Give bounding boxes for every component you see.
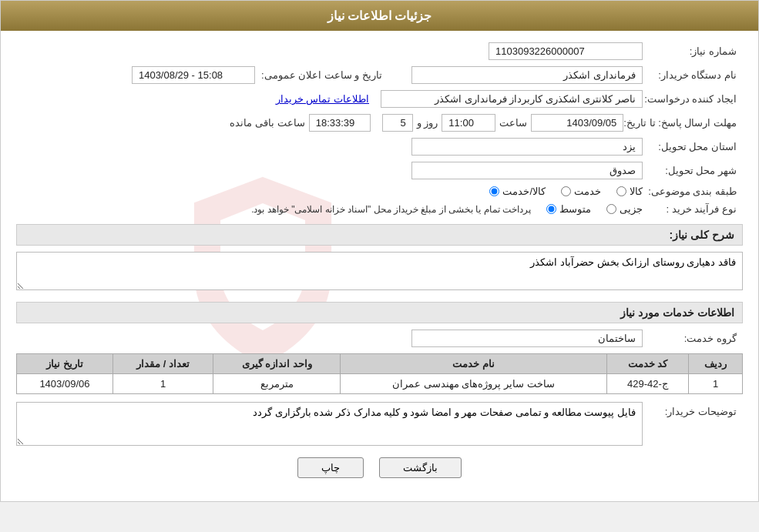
province-label: استان محل تحویل: bbox=[643, 141, 743, 152]
buttons-row: بازگشت چاپ bbox=[16, 457, 743, 478]
process-radio-group: جزیی متوسط پرداخت تمام یا بخشی از مبلغ خ… bbox=[251, 203, 643, 215]
requester-value: ناصر کلانتری اشکذری کاربرداز فرمانداری ا… bbox=[381, 90, 643, 108]
page-header: جزئیات اطلاعات نیاز bbox=[1, 1, 758, 31]
col-header-row-num: ردیف bbox=[689, 354, 743, 374]
table-cell-3: مترمربع bbox=[213, 374, 341, 394]
buyer-org-value: فرمانداری اشکذر bbox=[411, 66, 643, 84]
page-title: جزئیات اطلاعات نیاز bbox=[327, 9, 432, 22]
province-value: یزد bbox=[411, 138, 643, 156]
deadline-days-value: 5 bbox=[382, 114, 413, 132]
services-section-title: اطلاعات خدمات مورد نیاز bbox=[16, 302, 743, 323]
service-group-row: گروه خدمت: ساختمان bbox=[16, 330, 743, 347]
remaining-label: ساعت باقی مانده bbox=[230, 117, 304, 129]
category-option-khedmat[interactable]: خدمت bbox=[561, 186, 601, 197]
requester-row: ایجاد کننده درخواست: ناصر کلانتری اشکذری… bbox=[16, 90, 743, 108]
process-type-row: نوع فرآیند خرید : جزیی متوسط پرداخت تمام… bbox=[16, 203, 743, 215]
buyer-notes-row: توضیحات خریدار: bbox=[16, 402, 743, 446]
category-kala-label: کالا bbox=[630, 186, 643, 197]
city-label: شهر محل تحویل: bbox=[643, 165, 743, 176]
process-note: پرداخت تمام یا بخشی از مبلغ خریداز محل "… bbox=[251, 204, 531, 215]
col-header-service-name: نام خدمت bbox=[340, 354, 606, 374]
process-motavasset[interactable]: متوسط bbox=[546, 203, 591, 215]
deadline-label: مهلت ارسال پاسخ: تا تاریخ: bbox=[623, 117, 743, 129]
col-header-quantity: تعداد / مقدار bbox=[113, 354, 213, 374]
order-number-label: شماره نیاز: bbox=[643, 45, 743, 57]
order-number-row: شماره نیاز: 1103093226000007 bbox=[16, 42, 743, 60]
col-header-need-date: تاریخ نیاز bbox=[17, 354, 113, 374]
table-cell-4: 1 bbox=[113, 374, 213, 394]
process-motavasset-label: متوسط bbox=[559, 203, 591, 215]
time-label: ساعت bbox=[499, 117, 527, 129]
deadline-row: مهلت ارسال پاسخ: تا تاریخ: 1403/09/05 سا… bbox=[16, 114, 743, 132]
category-khedmat-label: خدمت bbox=[574, 186, 601, 197]
category-kala-radio[interactable] bbox=[616, 186, 626, 196]
process-type-label: نوع فرآیند خرید : bbox=[643, 203, 743, 215]
category-kala-khedmat-label: کالا/خدمت bbox=[502, 186, 546, 197]
buyer-org-label: نام دستگاه خریدار: bbox=[643, 69, 743, 81]
deadline-date-value: 1403/09/05 bbox=[531, 114, 623, 132]
buyer-notes-textarea bbox=[16, 402, 643, 446]
contact-link[interactable]: اطلاعات تماس خریدار bbox=[276, 93, 369, 105]
deadline-time-value: 11:00 bbox=[442, 114, 495, 132]
col-header-measure-unit: واحد اندازه گیری bbox=[213, 354, 341, 374]
services-table: ردیف کد خدمت نام خدمت واحد اندازه گیری ت… bbox=[16, 353, 743, 394]
order-number-value: 1103093226000007 bbox=[489, 42, 643, 60]
description-textarea bbox=[16, 252, 743, 290]
table-cell-5: 1403/09/06 bbox=[17, 374, 113, 394]
content-area: AnaTender شماره نیاز: 1103093226000007 ن… bbox=[1, 31, 758, 501]
col-header-service-code: کد خدمت bbox=[606, 354, 688, 374]
category-option-kala-khedmat[interactable]: کالا/خدمت bbox=[489, 186, 546, 197]
table-cell-1: ج-42-429 bbox=[606, 374, 688, 394]
category-row: طبقه بندی موضوعی: کالا خدمت کالا/خدمت bbox=[16, 186, 743, 197]
category-radio-group: کالا خدمت کالا/خدمت bbox=[489, 186, 643, 197]
category-label: طبقه بندی موضوعی: bbox=[643, 186, 743, 197]
province-row: استان محل تحویل: یزد bbox=[16, 138, 743, 156]
announce-date-value: 1403/08/29 - 15:08 bbox=[132, 66, 255, 84]
service-group-label: گروه خدمت: bbox=[643, 333, 743, 344]
city-row: شهر محل تحویل: صدوق bbox=[16, 162, 743, 179]
announce-label: تاریخ و ساعت اعلان عمومی: bbox=[261, 69, 388, 81]
print-button[interactable]: چاپ bbox=[297, 457, 364, 478]
process-jozi[interactable]: جزیی bbox=[606, 203, 643, 215]
days-label: روز و bbox=[417, 117, 438, 129]
service-group-value: ساختمان bbox=[411, 330, 643, 347]
city-value: صدوق bbox=[411, 162, 643, 179]
table-cell-0: 1 bbox=[689, 374, 743, 394]
category-khedmat-radio[interactable] bbox=[561, 186, 571, 196]
table-row: 1ج-42-429ساخت سایر پروژه‌های مهندسی عمرا… bbox=[17, 374, 743, 394]
buyer-announce-row: نام دستگاه خریدار: فرمانداری اشکذر تاریخ… bbox=[16, 66, 743, 84]
remaining-time-value: 18:33:39 bbox=[309, 114, 371, 132]
table-cell-2: ساخت سایر پروژه‌های مهندسی عمران bbox=[340, 374, 606, 394]
process-motavasset-radio[interactable] bbox=[546, 204, 556, 214]
process-jozi-radio[interactable] bbox=[606, 204, 616, 214]
requester-label: ایجاد کننده درخواست: bbox=[643, 93, 743, 105]
process-jozi-label: جزیی bbox=[620, 203, 643, 215]
buyer-notes-label: توضیحات خریدار: bbox=[643, 402, 743, 417]
category-kala-khedmat-radio[interactable] bbox=[489, 186, 499, 196]
category-option-kala[interactable]: کالا bbox=[616, 186, 643, 197]
description-section-title: شرح کلی نیاز: bbox=[16, 224, 743, 246]
back-button[interactable]: بازگشت bbox=[379, 457, 462, 478]
